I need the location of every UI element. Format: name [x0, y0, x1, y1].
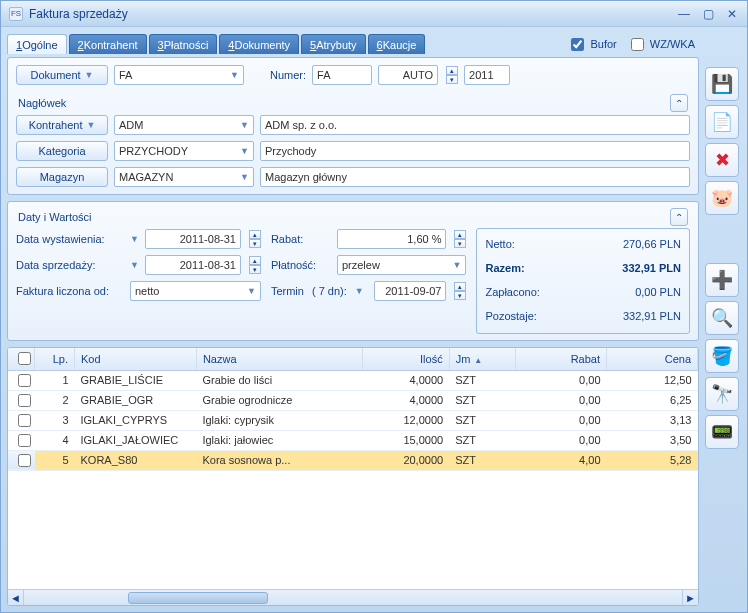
table-row[interactable]: 1GRABIE_LIŚCIEGrabie do liści4,0000SZT0,… [8, 370, 698, 390]
binoculars-button[interactable]: 🔭 [705, 377, 739, 411]
rabat-label: Rabat: [271, 233, 331, 245]
chevron-down-icon: ▼ [230, 70, 239, 80]
sort-asc-icon: ▲ [474, 356, 482, 365]
netto-label: Netto: [485, 238, 622, 250]
delete-icon: ✖ [715, 149, 730, 171]
termin-dni-label: ( 7 dn): [312, 285, 347, 297]
scroll-thumb[interactable] [128, 592, 268, 604]
table-row[interactable]: 3IGLAKI_CYPRYSIglaki: cyprysik12,0000SZT… [8, 410, 698, 430]
add-icon: ➕ [711, 269, 733, 291]
scroll-right-button[interactable]: ► [682, 590, 698, 606]
rabat-field[interactable]: 1,60 % [337, 229, 447, 249]
kategoria-button[interactable]: Kategoria [16, 141, 108, 161]
chevron-down-icon: ▼ [240, 120, 249, 130]
grid-header-row: Lp. Kod Nazwa Ilość Jm▲ Rabat Cena [8, 348, 698, 370]
chevron-down-icon[interactable]: ▼ [130, 234, 139, 244]
magazyn-name-field[interactable]: Magazyn główny [260, 167, 690, 187]
tab-kontrahent[interactable]: 2 Kontrahent [69, 34, 147, 54]
edit-doc-button[interactable]: 📄 [705, 105, 739, 139]
col-cena[interactable]: Cena [607, 348, 698, 370]
platnosc-label: Płatność: [271, 259, 331, 271]
tab-dokumenty[interactable]: 4 Dokumenty [219, 34, 299, 54]
app-window: FS Faktura sprzedaży — ▢ ✕ 1 Ogólne2 Kon… [0, 0, 748, 613]
search-icon: 🔍 [711, 307, 733, 329]
chevron-down-icon: ▼ [240, 146, 249, 156]
dokument-type-combo[interactable]: FA▼ [114, 65, 244, 85]
numer-label: Numer: [270, 69, 306, 81]
termin-label: Termin [271, 285, 304, 297]
kontrahent-button[interactable]: Kontrahent▼ [16, 115, 108, 135]
data-sprzedazy-field[interactable]: 2011-08-31 [145, 255, 241, 275]
col-lp[interactable]: Lp. [35, 348, 75, 370]
wzwka-checkbox[interactable]: WZ/WKA [627, 35, 695, 54]
chevron-down-icon: ▼ [453, 260, 462, 270]
horizontal-scrollbar[interactable]: ◄ ► [8, 589, 698, 605]
data-wystawienia-label: Data wystawienia: [16, 233, 124, 245]
tab-ogólne[interactable]: 1 Ogólne [7, 34, 67, 54]
chevron-down-icon: ▼ [247, 286, 256, 296]
platnosc-combo[interactable]: przelew▼ [337, 255, 467, 275]
razem-label: Razem: [485, 262, 622, 274]
termin-stepper[interactable]: ▴▾ [454, 282, 466, 300]
col-rabat[interactable]: Rabat [516, 348, 607, 370]
dokument-button[interactable]: Dokument▼ [16, 65, 108, 85]
items-grid[interactable]: Lp. Kod Nazwa Ilość Jm▲ Rabat Cena 1GRAB… [7, 347, 699, 606]
zaplacono-label: Zapłacono: [485, 286, 635, 298]
collapse-naglowek-button[interactable]: ⌃ [670, 94, 688, 112]
titlebar: FS Faktura sprzedaży — ▢ ✕ [1, 1, 747, 27]
faktura-od-label: Faktura liczona od: [16, 285, 124, 297]
kategoria-name-field[interactable]: Przychody [260, 141, 690, 161]
magazyn-code-combo[interactable]: MAGAZYN▼ [114, 167, 254, 187]
kontrahent-name-field[interactable]: ADM sp. z o.o. [260, 115, 690, 135]
pozostaje-value: 332,91 PLN [623, 310, 681, 322]
piggy-button[interactable]: 🐷 [705, 181, 739, 215]
bufor-label: Bufor [590, 38, 616, 50]
piggy-icon: 🐷 [711, 187, 733, 209]
zaplacono-value: 0,00 PLN [635, 286, 681, 298]
table-row[interactable]: 5KORA_S80Kora sosnowa p...20,0000SZT4,00… [8, 450, 698, 470]
rabat-stepper[interactable]: ▴▾ [454, 230, 466, 248]
bucket-button[interactable]: 🪣 [705, 339, 739, 373]
magazyn-button[interactable]: Magazyn [16, 167, 108, 187]
chevron-down-icon[interactable]: ▼ [355, 286, 364, 296]
numer-prefix-field[interactable]: FA [312, 65, 372, 85]
col-kod[interactable]: Kod [75, 348, 197, 370]
maximize-button[interactable]: ▢ [701, 7, 715, 21]
window-title: Faktura sprzedaży [29, 7, 128, 21]
tabstrip: 1 Ogólne2 Kontrahent3 Płatności4 Dokumen… [7, 34, 425, 54]
bufor-checkbox[interactable]: Bufor [567, 35, 616, 54]
daty-header: Daty i Wartości [18, 211, 92, 223]
action-sidebar: 💾📄✖🐷➕🔍🪣🔭📟 [705, 33, 741, 606]
calculator-button[interactable]: 📟 [705, 415, 739, 449]
edit-doc-icon: 📄 [711, 111, 733, 133]
minimize-button[interactable]: — [677, 7, 691, 21]
col-checkbox[interactable] [8, 348, 35, 370]
kontrahent-code-combo[interactable]: ADM▼ [114, 115, 254, 135]
add-button[interactable]: ➕ [705, 263, 739, 297]
col-ilosc[interactable]: Ilość [363, 348, 449, 370]
faktura-od-combo[interactable]: netto▼ [130, 281, 261, 301]
scroll-left-button[interactable]: ◄ [8, 590, 24, 606]
chevron-down-icon[interactable]: ▼ [130, 260, 139, 270]
numer-auto-field[interactable]: AUTO [378, 65, 438, 85]
data-wystawienia-stepper[interactable]: ▴▾ [249, 230, 261, 248]
delete-button[interactable]: ✖ [705, 143, 739, 177]
col-nazwa[interactable]: Nazwa [196, 348, 362, 370]
table-row[interactable]: 4IGLAKI_JAŁOWIECIglaki: jałowiec15,0000S… [8, 430, 698, 450]
numer-stepper[interactable]: ▴▾ [446, 66, 458, 84]
data-sprzedazy-stepper[interactable]: ▴▾ [249, 256, 261, 274]
termin-data-field[interactable]: 2011-09-07 [374, 281, 447, 301]
table-row[interactable]: 2GRABIE_OGRGrabie ogrodnicze4,0000SZT0,0… [8, 390, 698, 410]
search-button[interactable]: 🔍 [705, 301, 739, 335]
pozostaje-label: Pozostaje: [485, 310, 622, 322]
data-wystawienia-field[interactable]: 2011-08-31 [145, 229, 241, 249]
tab-kaucje[interactable]: 6 Kaucje [368, 34, 426, 54]
numer-year-field[interactable]: 2011 [464, 65, 510, 85]
col-jm[interactable]: Jm▲ [449, 348, 516, 370]
close-button[interactable]: ✕ [725, 7, 739, 21]
kategoria-code-combo[interactable]: PRZYCHODY▼ [114, 141, 254, 161]
collapse-daty-button[interactable]: ⌃ [670, 208, 688, 226]
tab-płatności[interactable]: 3 Płatności [149, 34, 218, 54]
tab-atrybuty[interactable]: 5 Atrybuty [301, 34, 365, 54]
save-button[interactable]: 💾 [705, 67, 739, 101]
